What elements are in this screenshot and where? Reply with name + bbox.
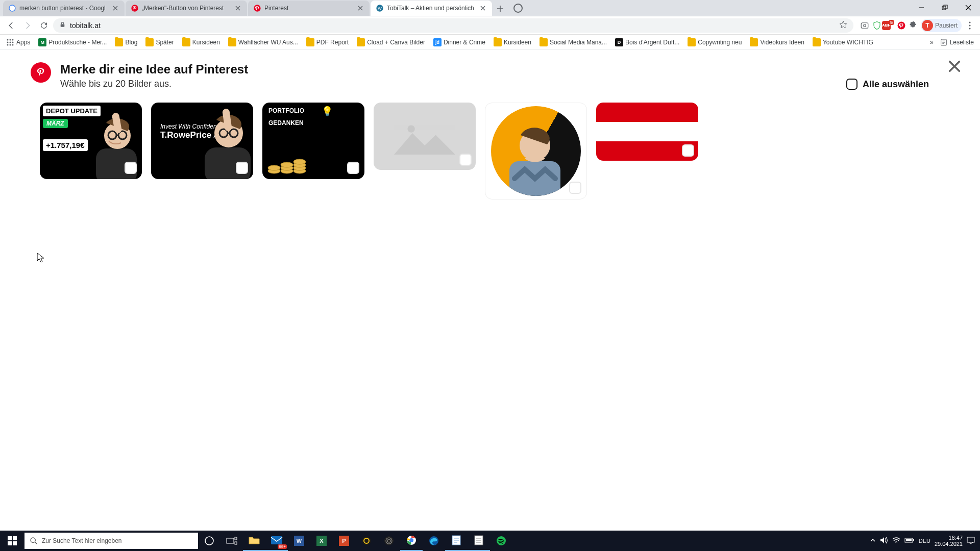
taskbar-search[interactable]: Zur Suche Text hier eingeben xyxy=(24,533,198,549)
close-icon[interactable] xyxy=(234,4,242,12)
edge-icon[interactable] xyxy=(423,531,445,551)
bookmark-item[interactable]: DBois d'Argent Duft... xyxy=(613,37,681,47)
profile-status: Pausiert xyxy=(935,22,958,29)
reload-button[interactable] xyxy=(37,18,51,33)
extension-area: ABP5 T Pausiert xyxy=(860,19,976,32)
battery-icon[interactable] xyxy=(904,537,915,545)
image-card[interactable]: DEPOT UPDATE MÄRZ +1.757,19€ xyxy=(40,103,142,179)
bookmark-item[interactable]: Youtube WICHTIG xyxy=(811,37,875,47)
minimize-button[interactable] xyxy=(910,0,933,16)
image-card-placeholder[interactable] xyxy=(374,103,476,170)
image-card[interactable]: Invest With Confidence T.RowePrice xyxy=(151,103,253,179)
cortana-icon[interactable] xyxy=(198,531,220,551)
app-icon[interactable] xyxy=(355,531,378,551)
chrome-menu-button[interactable] xyxy=(964,21,976,30)
bookmark-label: Wahlfächer WU Aus... xyxy=(238,39,298,46)
tray-chevron-icon[interactable] xyxy=(870,537,876,545)
select-checkbox[interactable] xyxy=(347,162,359,174)
ext-lens-icon[interactable] xyxy=(860,20,870,31)
bookmark-item[interactable]: Social Media Mana... xyxy=(537,37,609,47)
wifi-icon[interactable] xyxy=(892,537,900,545)
spotify-icon[interactable] xyxy=(490,531,512,551)
apps-button[interactable]: Apps xyxy=(4,37,32,47)
tab-1[interactable]: „Merken"-Button von Pinterest xyxy=(126,1,247,16)
back-button[interactable] xyxy=(4,18,18,33)
mail-icon[interactable]: 99+ xyxy=(265,531,288,551)
ext-adblock-icon[interactable]: ABP5 xyxy=(884,20,894,31)
pinterest-subheading: Wähle bis zu 20 Bilder aus. xyxy=(60,79,248,89)
select-checkbox[interactable] xyxy=(459,154,472,166)
bookmarks-bar: Apps MProduktsuche - Mer... Blog Später … xyxy=(0,35,980,50)
chrome-icon[interactable] xyxy=(400,531,423,551)
tab-title: „Merken"-Button von Pinterest xyxy=(142,5,231,12)
tab-2[interactable]: Pinterest xyxy=(248,1,370,16)
obs-icon[interactable] xyxy=(378,531,400,551)
forward-button[interactable] xyxy=(20,18,35,33)
bookmark-item[interactable]: Videokurs Ideen xyxy=(748,37,806,47)
close-icon[interactable] xyxy=(356,4,364,12)
ext-shield-icon[interactable] xyxy=(872,20,882,31)
word-icon[interactable]: W xyxy=(288,531,310,551)
image-card[interactable]: PORTFOLIO GEDANKEN 💡 xyxy=(262,103,364,179)
window-titlebar: merken button pinterest - Googl „Merken"… xyxy=(0,0,980,16)
language-indicator[interactable]: DEU xyxy=(919,538,930,544)
folder-icon xyxy=(494,38,502,46)
maximize-button[interactable] xyxy=(933,0,957,16)
close-icon[interactable] xyxy=(111,4,119,12)
close-overlay-button[interactable] xyxy=(947,59,962,76)
profile-avatar: T xyxy=(922,20,933,31)
close-icon[interactable] xyxy=(479,4,487,12)
svg-point-18 xyxy=(10,41,11,43)
bookmark-item[interactable]: Cload + Canva Bilder xyxy=(355,37,427,47)
bookmark-item[interactable]: Blog xyxy=(113,37,139,47)
select-checkbox[interactable] xyxy=(682,144,694,157)
svg-point-52 xyxy=(205,537,213,545)
bookmark-label: PDF Report xyxy=(316,39,349,46)
bookmark-item[interactable]: Kursideen xyxy=(492,37,533,47)
close-window-button[interactable] xyxy=(957,0,980,16)
bookmark-item[interactable]: Wahlfächer WU Aus... xyxy=(226,37,300,47)
start-button[interactable] xyxy=(0,531,24,551)
task-view-icon[interactable] xyxy=(220,531,243,551)
bookmark-item[interactable]: Später xyxy=(143,37,176,47)
extensions-puzzle-icon[interactable] xyxy=(909,20,919,31)
ext-pinterest-icon[interactable] xyxy=(896,20,906,31)
bookmark-item[interactable]: PDF Report xyxy=(304,37,351,47)
thumb-text: MÄRZ xyxy=(43,119,68,128)
document-icon[interactable] xyxy=(468,531,490,551)
image-card[interactable] xyxy=(485,103,587,199)
reading-list-button[interactable]: Leseliste xyxy=(938,37,976,47)
notepad-icon[interactable] xyxy=(445,531,468,551)
select-checkbox[interactable] xyxy=(236,162,248,174)
bookmarks-overflow-icon[interactable]: » xyxy=(930,39,934,46)
image-card-flag[interactable] xyxy=(596,103,698,161)
bookmark-item[interactable]: Kursideen xyxy=(180,37,222,47)
tab-0[interactable]: merken button pinterest - Googl xyxy=(3,1,125,16)
pinterest-favicon xyxy=(253,4,261,12)
bookmark-item[interactable]: jdDinner & Crime xyxy=(431,37,487,47)
excel-icon[interactable]: X xyxy=(310,531,333,551)
powerpoint-icon[interactable]: P xyxy=(333,531,355,551)
svg-rect-69 xyxy=(913,539,914,541)
file-explorer-icon[interactable] xyxy=(243,531,265,551)
tab-3-active[interactable]: W TobiTalk – Aktien und persönlich xyxy=(371,1,492,16)
windows-taskbar: Zur Suche Text hier eingeben 99+ W X P D… xyxy=(0,531,980,551)
apps-label: Apps xyxy=(16,39,30,46)
profile-chip[interactable]: T Pausiert xyxy=(921,19,962,32)
bookmark-item[interactable]: Copywriting neu xyxy=(685,37,744,47)
coins-illustration xyxy=(266,144,312,175)
notifications-icon[interactable] xyxy=(967,536,975,546)
select-checkbox[interactable] xyxy=(569,182,581,194)
bookmark-item[interactable]: MProduktsuche - Mer... xyxy=(36,37,109,47)
new-tab-button[interactable] xyxy=(493,2,507,16)
svg-point-1 xyxy=(131,5,138,11)
taskbar-clock[interactable]: 16:47 29.04.2021 xyxy=(935,535,963,547)
cast-indicator-icon[interactable] xyxy=(513,4,523,13)
select-checkbox[interactable] xyxy=(125,162,137,174)
volume-icon[interactable] xyxy=(880,537,888,545)
address-bar[interactable]: tobitalk.at xyxy=(53,18,853,33)
bookmark-star-icon[interactable] xyxy=(839,20,847,30)
pinterest-save-header: Merke dir eine Idee auf Pinterest Wähle … xyxy=(0,50,980,93)
lightbulb-icon: 💡 xyxy=(322,106,333,117)
select-all-toggle[interactable]: Alle auswählen xyxy=(846,79,929,90)
